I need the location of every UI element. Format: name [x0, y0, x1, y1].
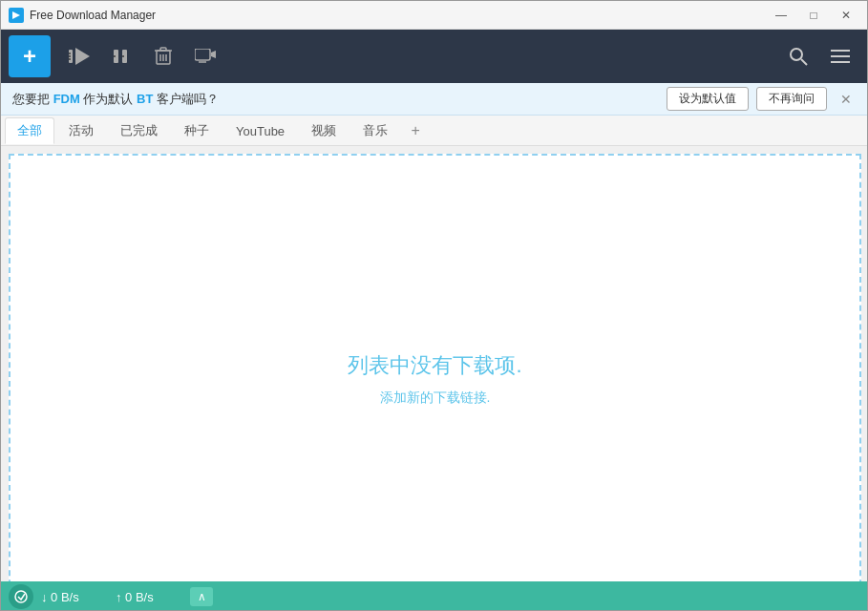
title-bar: Free Download Manager — □ ✕	[1, 1, 868, 30]
download-speed: ↓ 0 B/s	[41, 590, 108, 604]
tab-torrent[interactable]: 种子	[172, 117, 222, 144]
empty-list-title: 列表中没有下载项.	[348, 351, 521, 380]
svg-rect-12	[160, 48, 166, 51]
play-button[interactable]	[58, 35, 100, 77]
tab-music[interactable]: 音乐	[350, 117, 400, 144]
notif-fdm: FDM	[53, 92, 80, 106]
svg-rect-8	[114, 55, 116, 57]
notification-text: 您要把 FDM 作为默认 BT 客户端吗？	[12, 91, 659, 108]
app-icon	[9, 8, 24, 23]
pause-button[interactable]	[100, 35, 142, 77]
download-list: 列表中没有下载项. 添加新的下载链接.	[9, 154, 861, 604]
notification-close-button[interactable]: ✕	[835, 88, 857, 111]
notification-bar: 您要把 FDM 作为默认 BT 客户端吗？ 设为默认值 不再询问 ✕	[1, 83, 868, 116]
maximize-button[interactable]: □	[798, 6, 829, 25]
title-bar-text: Free Download Manager	[30, 9, 766, 22]
svg-point-19	[791, 49, 802, 60]
svg-marker-17	[211, 51, 216, 58]
svg-marker-2	[75, 48, 90, 65]
tab-all[interactable]: 全部	[5, 117, 54, 144]
status-bar: ↓ 0 B/s ↑ 0 B/s ∧	[1, 581, 868, 611]
svg-rect-5	[69, 58, 71, 60]
window-controls: — □ ✕	[766, 6, 861, 25]
close-button[interactable]: ✕	[831, 6, 861, 25]
notif-text2: 作为默认	[80, 92, 137, 106]
notif-text1: 您要把	[12, 92, 53, 106]
svg-marker-0	[12, 11, 20, 19]
tab-active[interactable]: 活动	[56, 117, 106, 144]
svg-rect-9	[122, 55, 124, 57]
app-window: Free Download Manager — □ ✕ +	[1, 1, 868, 611]
tabs-bar: 全部 活动 已完成 种子 YouTube 视频 音乐 +	[1, 116, 868, 146]
notif-bt: BT	[137, 92, 153, 106]
content-area: 列表中没有下载项. 添加新的下载链接.	[1, 146, 868, 611]
set-default-button[interactable]: 设为默认值	[667, 87, 749, 111]
status-expand-button[interactable]: ∧	[190, 587, 213, 606]
svg-point-24	[15, 591, 27, 602]
svg-rect-4	[69, 55, 71, 57]
tab-video[interactable]: 视频	[299, 117, 349, 144]
empty-list-subtitle: 添加新的下载链接.	[380, 390, 491, 407]
tab-add-button[interactable]: +	[402, 117, 429, 144]
video-download-button[interactable]	[184, 35, 226, 77]
no-ask-button[interactable]: 不再询问	[756, 87, 827, 111]
toolbar: +	[1, 30, 868, 83]
add-download-button[interactable]: +	[9, 35, 51, 77]
svg-line-20	[801, 59, 807, 65]
upload-speed: ↑ 0 B/s	[116, 590, 182, 604]
delete-button[interactable]	[142, 35, 184, 77]
menu-button[interactable]	[819, 35, 861, 77]
svg-rect-3	[69, 53, 71, 54]
notif-text3: 客户端吗？	[153, 92, 219, 106]
status-icon	[9, 584, 33, 609]
search-button[interactable]	[777, 35, 819, 77]
svg-rect-16	[195, 49, 210, 60]
tab-completed[interactable]: 已完成	[108, 117, 170, 144]
tab-youtube[interactable]: YouTube	[223, 117, 297, 144]
minimize-button[interactable]: —	[766, 6, 796, 25]
